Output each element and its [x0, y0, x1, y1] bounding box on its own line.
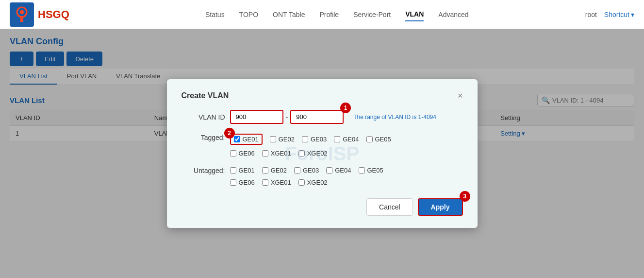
tagged-xge01-checkbox[interactable] [262, 150, 268, 156]
untagged-ge02-label: GE02 [271, 167, 287, 174]
svg-point-2 [20, 10, 24, 14]
untagged-xge02-checkbox[interactable] [298, 179, 305, 186]
tagged-ge03-label: GE03 [311, 136, 327, 143]
tagged-checkboxes-row1: GE01 2 GE02 GE03 GE04 [230, 134, 391, 145]
page-content: VLAN Config ＋ Edit Delete VLAN List Port… [0, 29, 644, 278]
tagged-ge03-checkbox[interactable] [302, 136, 308, 142]
nav-vlan[interactable]: VLAN [405, 8, 424, 21]
untagged-ge04-checkbox[interactable] [326, 167, 332, 174]
header: HSGQ Status TOPO ONT Table Profile Servi… [0, 0, 644, 29]
tagged-ge06-label: GE06 [239, 150, 255, 157]
untagged-ge03-item: GE03 [294, 167, 319, 174]
tagged-label: Tagged: [182, 134, 225, 141]
nav-ont-table[interactable]: ONT Table [273, 8, 305, 21]
logo-text: HSGQ [38, 8, 69, 21]
nav-right: root Shortcut ▾ [585, 11, 634, 18]
apply-button-container: Apply 3 [418, 198, 463, 216]
untagged-ge05-label: GE05 [367, 167, 383, 174]
untagged-xge01-checkbox[interactable] [262, 179, 268, 186]
apply-button[interactable]: Apply [418, 198, 463, 216]
modal-overlay: ForoISP Create VLAN × VLAN ID - 1 The ra… [0, 29, 644, 278]
tagged-xge01-item: XGE01 [262, 150, 291, 157]
untagged-xge02-item: XGE02 [298, 179, 328, 186]
untagged-ge06-label: GE06 [239, 179, 255, 186]
untagged-label: Untagged: [182, 167, 225, 174]
modal-footer: Cancel Apply 3 [182, 198, 463, 216]
modal-title: Create VLAN [182, 91, 229, 100]
untagged-ge01-label: GE01 [239, 167, 255, 174]
untagged-ge01-item: GE01 [230, 167, 255, 174]
untagged-ge03-label: GE03 [303, 167, 319, 174]
modal-header: Create VLAN × [182, 91, 463, 100]
nav-advanced[interactable]: Advanced [438, 8, 468, 21]
vlan-id-row: VLAN ID - 1 The range of VLAN ID is 1-40… [182, 110, 463, 124]
tagged-ge04-item: GE04 [334, 136, 359, 143]
untagged-xge01-label: XGE01 [271, 179, 291, 186]
step3-badge: 3 [460, 191, 470, 202]
tagged-ge05-checkbox[interactable] [366, 136, 373, 142]
svg-rect-0 [10, 2, 34, 27]
tagged-row: Tagged: GE01 2 GE02 [182, 134, 463, 157]
untagged-ge05-item: GE05 [359, 167, 383, 174]
nav-topo[interactable]: TOPO [239, 8, 258, 21]
nav-service-port[interactable]: Service-Port [353, 8, 391, 21]
nav-profile[interactable]: Profile [319, 8, 339, 21]
tagged-ge01-item: GE01 2 [230, 134, 263, 145]
untagged-row: Untagged: GE01 GE02 GE03 [182, 167, 463, 186]
vlan-id-hint: The range of VLAN ID is 1-4094 [353, 114, 436, 121]
untagged-ge06-checkbox[interactable] [230, 179, 236, 186]
vlan-id-label: VLAN ID [182, 113, 225, 121]
tagged-ge03-item: GE03 [302, 136, 327, 143]
logo: HSGQ [10, 2, 69, 27]
tagged-ge01-checkbox[interactable] [234, 136, 240, 142]
vlan-id-inputs: - 1 [230, 110, 344, 124]
untagged-checkboxes-row1: GE01 GE02 GE03 GE04 [230, 167, 383, 174]
tagged-xge02-item: XGE02 [298, 150, 328, 157]
tagged-ge06-checkbox[interactable] [230, 150, 236, 156]
untagged-ge06-item: GE06 [230, 179, 255, 186]
cancel-button[interactable]: Cancel [366, 198, 413, 216]
tagged-ge02-item: GE02 [270, 136, 295, 143]
untagged-ge02-checkbox[interactable] [262, 167, 268, 174]
tagged-checkboxes-row2: GE06 XGE01 XGE02 [230, 150, 391, 157]
step2-badge: 2 [224, 128, 235, 139]
tagged-ge06-item: GE06 [230, 150, 255, 157]
tagged-xge02-label: XGE02 [307, 150, 328, 157]
tagged-ge02-label: GE02 [279, 136, 295, 143]
tagged-ge04-checkbox[interactable] [334, 136, 340, 142]
tagged-ge05-item: GE05 [366, 136, 391, 143]
nav-status[interactable]: Status [205, 8, 225, 21]
tagged-ge05-label: GE05 [375, 136, 391, 143]
main-nav: Status TOPO ONT Table Profile Service-Po… [89, 8, 585, 21]
create-vlan-modal: ForoISP Create VLAN × VLAN ID - 1 The ra… [167, 79, 478, 228]
tagged-ge04-label: GE04 [343, 136, 359, 143]
vlan-id-dash: - [286, 113, 288, 121]
untagged-checkboxes-row2: GE06 XGE01 XGE02 [230, 179, 383, 186]
step1-badge: 1 [340, 103, 351, 113]
untagged-ge01-checkbox[interactable] [230, 167, 236, 174]
modal-close-button[interactable]: × [458, 91, 463, 100]
untagged-ge03-checkbox[interactable] [294, 167, 300, 174]
tagged-ge01-label: GE01 [243, 136, 259, 143]
nav-shortcut[interactable]: Shortcut ▾ [604, 11, 634, 18]
untagged-xge02-label: XGE02 [307, 179, 328, 186]
svg-rect-3 [20, 16, 23, 22]
untagged-ge05-checkbox[interactable] [359, 167, 365, 174]
tagged-xge01-label: XGE01 [271, 150, 291, 157]
untagged-ge04-label: GE04 [335, 167, 351, 174]
untagged-ge04-item: GE04 [326, 167, 351, 174]
chevron-down-icon: ▾ [631, 11, 634, 18]
tagged-xge02-checkbox[interactable] [298, 150, 305, 156]
logo-icon [10, 2, 34, 27]
vlan-id-end-input[interactable] [290, 110, 344, 124]
tagged-ge02-checkbox[interactable] [270, 136, 276, 142]
nav-user: root [585, 11, 597, 18]
untagged-ge02-item: GE02 [262, 167, 287, 174]
untagged-xge01-item: XGE01 [262, 179, 291, 186]
vlan-id-start-input[interactable] [230, 110, 283, 124]
